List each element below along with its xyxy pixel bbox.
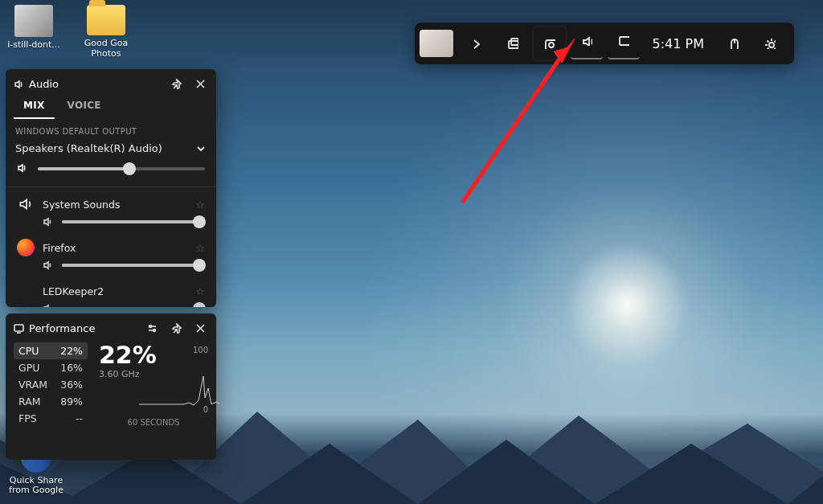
widgets-button[interactable] — [497, 27, 529, 59]
metric-label: FPS — [18, 412, 37, 424]
mouse-icon — [727, 38, 739, 49]
metric-value: 36% — [60, 379, 83, 391]
master-volume-slider[interactable] — [38, 167, 205, 170]
speaker-icon — [17, 162, 30, 175]
icon-label: Quick Share from Google — [8, 476, 64, 496]
close-button[interactable] — [190, 74, 210, 93]
app-mixer-row: Firefox☆ — [6, 236, 216, 258]
widget-title: Audio — [29, 78, 59, 90]
section-label: WINDOWS DEFAULT OUTPUT — [6, 119, 216, 139]
app-mixer-row: LEDKeeper2☆ — [6, 279, 216, 301]
metric-value: 22% — [60, 345, 83, 357]
monitor-icon — [618, 35, 629, 46]
svg-rect-15 — [14, 325, 23, 331]
svg-rect-6 — [620, 37, 629, 45]
metric-row-fps[interactable]: FPS-- — [14, 410, 88, 427]
mouse-button[interactable] — [717, 27, 749, 59]
pin-icon — [171, 79, 182, 89]
folder-icon — [87, 5, 125, 35]
options-button[interactable] — [142, 318, 162, 338]
icon-label: i-still-dont... — [7, 40, 60, 51]
favorite-star[interactable]: ☆ — [195, 242, 205, 254]
generic-icon — [17, 282, 35, 300]
speaker-icon — [14, 79, 24, 89]
speaker-icon — [581, 35, 592, 46]
audio-button[interactable] — [571, 27, 603, 59]
output-device-name: Speakers (Realtek(R) Audio) — [15, 142, 162, 154]
divider — [6, 186, 216, 187]
close-button[interactable] — [190, 318, 210, 338]
capture-icon — [544, 38, 555, 49]
speaker-icon — [43, 216, 54, 227]
metric-value: -- — [76, 412, 83, 424]
audio-widget-titlebar[interactable]: Audio — [6, 69, 216, 95]
desktop-wallpaper: i-still-dont... Good Goa Photos Quick Sh… — [0, 0, 823, 504]
desktop-icon-image-file[interactable]: i-still-dont... — [6, 5, 61, 59]
performance-widget-titlebar[interactable]: Performance — [6, 313, 216, 339]
metric-label: VRAM — [18, 379, 47, 391]
monitor-icon — [14, 323, 24, 334]
pin-icon — [171, 323, 182, 334]
chevron-right-icon — [470, 38, 481, 49]
chevron-down-icon — [195, 143, 207, 154]
metrics-list: CPU22%GPU16%VRAM36%RAM89%FPS-- — [14, 342, 88, 427]
metric-row-gpu[interactable]: GPU16% — [14, 359, 88, 376]
app-name: System Sounds — [43, 199, 187, 211]
icon-label: Good Goa Photos — [79, 39, 133, 59]
metric-row-ram[interactable]: RAM89% — [14, 393, 88, 410]
svg-point-5 — [549, 43, 554, 47]
app-name: Firefox — [43, 242, 187, 254]
widgets-icon — [507, 38, 518, 49]
metric-row-cpu[interactable]: CPU22% — [14, 342, 88, 359]
game-bar: 5:41 PM — [415, 23, 794, 64]
speaker-icon — [43, 303, 54, 307]
audio-tabs: MIX VOICE — [6, 95, 216, 119]
metric-label: GPU — [18, 362, 39, 374]
metric-label: RAM — [18, 395, 41, 408]
output-device-dropdown[interactable]: Speakers (Realtek(R) Audio) — [6, 139, 216, 159]
desktop-icon-folder[interactable]: Good Goa Photos — [79, 5, 133, 59]
svg-line-11 — [462, 48, 567, 203]
pin-button[interactable] — [166, 74, 186, 93]
tab-voice[interactable]: VOICE — [58, 95, 111, 119]
gamebar-expand-chevron[interactable] — [460, 27, 492, 59]
speaker-icon — [43, 260, 54, 271]
svg-point-10 — [769, 43, 774, 47]
gamebar-avatar[interactable] — [420, 30, 453, 57]
app-mixer-row: System Sounds☆ — [6, 192, 216, 215]
app-volume-slider[interactable] — [62, 220, 205, 223]
x-axis-label: 60 SECONDS — [128, 418, 180, 427]
gamebar-clock: 5:41 PM — [645, 36, 712, 51]
app-name: LEDKeeper2 — [43, 285, 187, 297]
close-icon — [195, 79, 206, 89]
settings-button[interactable] — [754, 27, 786, 59]
close-icon — [195, 323, 206, 334]
app-volume-slider[interactable] — [62, 264, 205, 267]
favorite-star[interactable]: ☆ — [195, 199, 205, 211]
widget-title: Performance — [29, 322, 95, 334]
sun-glow — [563, 241, 691, 370]
performance-graph — [139, 364, 219, 412]
svg-rect-3 — [511, 39, 518, 45]
pin-button[interactable] — [166, 318, 186, 338]
system-icon — [17, 195, 35, 213]
audio-widget: Audio MIX VOICE WINDOWS DEFAULT OUTPUT S… — [6, 69, 216, 307]
sliders-icon — [147, 323, 158, 334]
tab-mix[interactable]: MIX — [14, 95, 55, 119]
capture-button[interactable] — [534, 27, 566, 59]
gear-icon — [764, 38, 776, 49]
y-axis-max: 100 — [193, 346, 208, 354]
firefox-icon — [17, 239, 35, 256]
metric-value: 16% — [60, 362, 83, 374]
metric-label: CPU — [18, 345, 39, 357]
metric-row-vram[interactable]: VRAM36% — [14, 376, 88, 393]
performance-button[interactable] — [608, 27, 640, 59]
metric-value: 89% — [60, 395, 83, 408]
favorite-star[interactable]: ☆ — [195, 285, 205, 297]
performance-widget: Performance CPU22%GPU16%VRAM36%RAM89%FPS… — [6, 313, 216, 460]
thumbnail-icon — [14, 5, 53, 37]
